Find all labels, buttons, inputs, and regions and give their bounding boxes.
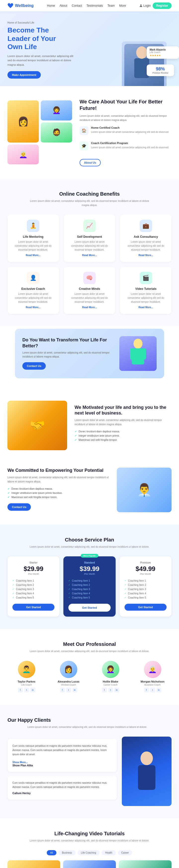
about-img-3: 🧔	[41, 122, 72, 143]
video-tab-career[interactable]: Career	[118, 850, 132, 855]
hero-profile-card: Mark Alazerin Life Coach ★★★★★	[147, 46, 179, 59]
pricing-cta-0[interactable]: Get Started	[12, 604, 54, 611]
benefit-icon-5: 🎬	[140, 272, 152, 284]
hero-title: Become The Leader of Your Own Life	[7, 26, 117, 51]
facebook-icon-2[interactable]: f	[102, 687, 107, 692]
linkedin-icon-1[interactable]: in	[72, 687, 77, 692]
video-card-2[interactable]: ▶ How To Gain Knowledge Hollie Blake	[119, 860, 172, 868]
benefit-readmore-2[interactable]: Read More...	[138, 254, 153, 257]
about-images: 👩 👩‍🦱 🧔 👩‍🦳	[7, 100, 72, 164]
nav-logo: Wellbeing	[7, 3, 33, 9]
about-content: We Care About Your Life For Better Futur…	[80, 98, 172, 166]
login-button[interactable]: Login	[139, 4, 151, 7]
svg-point-7	[140, 751, 153, 765]
transform-person-svg	[126, 337, 150, 370]
linkedin-icon-2[interactable]: in	[114, 687, 119, 692]
nav-link-team[interactable]: Team	[107, 4, 114, 7]
transform-content: Do You Want to Transform Your Life For B…	[22, 337, 114, 370]
video-tab-business[interactable]: Business	[58, 850, 76, 855]
pricing-cta-2[interactable]: Get Started	[125, 604, 167, 611]
facebook-icon-3[interactable]: f	[144, 687, 149, 692]
nav-link-contact[interactable]: Contact	[72, 4, 82, 7]
video-card-1[interactable]: ▶ How To Fit Your Health Alexandra Lucas	[63, 860, 116, 868]
svg-rect-4	[132, 348, 144, 365]
pricing-cards: Starter $29.99 /Per Month Coaching Item …	[7, 556, 172, 617]
testimonials-subtitle: Lorem ipsum dolor sit amet, consectetur …	[27, 725, 152, 729]
benefit-readmore-5[interactable]: Read More...	[138, 306, 153, 309]
team-member-2: 👩‍🦱 Hollie Blake Career Coach f t in	[92, 661, 130, 692]
about-title: We Care About Your Life For Better Futur…	[80, 98, 172, 111]
video-tab-health[interactable]: Health	[102, 850, 116, 855]
twitter-icon-1[interactable]: t	[66, 687, 71, 692]
transform-cta-button[interactable]: Contact Us	[22, 362, 46, 370]
team-avatar-2: 👩‍🦱	[102, 661, 119, 678]
motivated-section: 🤝 We Motivated your life and bring you t…	[0, 388, 179, 463]
benefit-icon-2: 💼	[140, 220, 152, 232]
svg-rect-8	[138, 765, 155, 790]
svg-point-3	[133, 339, 143, 349]
committed-check-0: Donec tincidunt diam dapibus massa.	[7, 487, 109, 491]
transform-wrapper: Do You Want to Transform Your Life For B…	[0, 326, 179, 388]
facebook-icon-1[interactable]: f	[60, 687, 65, 692]
pricing-cta-1[interactable]: Get Started	[68, 604, 110, 612]
testimonials-image	[122, 737, 172, 806]
transform-person	[119, 336, 157, 371]
nav-link-about[interactable]: About	[59, 4, 67, 7]
testimonials-content: Cum sociis natoque penatibus et magnis d…	[7, 739, 117, 804]
video-tab-all[interactable]: All	[47, 850, 56, 855]
hero-cta-button[interactable]: Make Appointment	[7, 71, 41, 79]
motivated-photo: 🤝	[7, 401, 67, 450]
team-member-1: 👩 Alexandra Lucas Mindset Coach f t in	[49, 661, 87, 692]
testimonials-person-svg	[134, 746, 159, 796]
benefit-icon-0: 🧘	[27, 220, 39, 232]
benefit-card-2: 💼 Ask Consultancy Lorem ipsum dolor sit …	[120, 215, 172, 262]
nav-link-testimonials[interactable]: Testimonials	[86, 4, 103, 7]
about-img-4: 👩‍🦳	[7, 145, 39, 164]
video-tab-life[interactable]: Life Coaching	[78, 850, 100, 855]
team-avatar-1: 👩	[60, 661, 77, 678]
feature-icon-1: 🏠	[80, 126, 88, 135]
svg-rect-6	[143, 348, 146, 360]
about-cta-button[interactable]: About Us	[80, 159, 101, 166]
user-icon	[139, 4, 143, 7]
motivated-description: Lorem ipsum dolor sit amet, consectetur …	[75, 418, 172, 427]
twitter-icon-2[interactable]: t	[108, 687, 113, 692]
transform-section: Do You Want to Transform Your Life For B…	[15, 329, 164, 378]
benefit-readmore-0[interactable]: Read More...	[26, 254, 41, 257]
committed-section: We Committed to Empowering Your Potentia…	[0, 463, 179, 525]
team-subtitle: Lorem ipsum dolor sit amet, consectetur …	[27, 649, 152, 653]
videos-subtitle: Lorem ipsum dolor sit amet, consectetur …	[27, 838, 152, 843]
committed-check-2: Maecenas sed velit fringilla tempor lore…	[7, 495, 109, 499]
testimonials-title: Our Happy Clients	[7, 717, 172, 723]
committed-photo: 👨‍💼	[117, 468, 172, 512]
benefits-title: Online Coaching Benefits	[7, 191, 172, 197]
benefit-readmore-3[interactable]: Read More...	[26, 306, 41, 309]
committed-title: We Committed to Empowering Your Potentia…	[7, 468, 109, 473]
register-button[interactable]: Register	[153, 2, 172, 9]
committed-cta-button[interactable]: Contact Us	[7, 503, 31, 511]
linkedin-icon-0[interactable]: in	[30, 687, 35, 692]
team-member-3: 👩‍🦳 Morgan Nicholson Business Coach f t …	[133, 661, 172, 692]
nav-link-more[interactable]: More	[119, 4, 126, 7]
twitter-icon-0[interactable]: t	[24, 687, 29, 692]
nav-link-home[interactable]: Home	[47, 4, 55, 7]
video-card-0[interactable]: ▶ How To Growth Your Business Taylor Par…	[7, 860, 60, 868]
team-avatar-0: 👨‍🦱	[18, 661, 35, 678]
pricing-card-2: Premium $49.99 /Per Month Coaching Item …	[120, 556, 172, 617]
popular-badge: Most Popular	[81, 554, 99, 558]
social-icons-2: f t in	[92, 687, 130, 692]
videos-title: Life-Changing Video Tutorials	[7, 831, 172, 837]
linkedin-icon-3[interactable]: in	[156, 687, 161, 692]
twitter-icon-3[interactable]: t	[150, 687, 155, 692]
testimonial-readmore-0[interactable]: Show More...	[12, 761, 28, 764]
nav-actions: Login Register	[139, 2, 172, 9]
team-member-0: 👨‍🦱 Taylor Parkes Life Coach f t in	[7, 661, 46, 692]
benefits-section: Online Coaching Benefits Lorem ipsum dol…	[0, 179, 179, 326]
team-title: Meet Our Professional	[7, 641, 172, 647]
benefit-readmore-4[interactable]: Read More...	[82, 306, 97, 309]
benefit-readmore-1[interactable]: Read More...	[82, 254, 97, 257]
facebook-icon-0[interactable]: f	[18, 687, 23, 692]
nav-links: Home About Contact Testimonials Team Mor…	[47, 4, 126, 7]
team-section: Meet Our Professional Lorem ipsum dolor …	[0, 629, 179, 705]
pricing-subtitle: Lorem ipsum dolor sit amet, consectetur …	[27, 545, 152, 549]
